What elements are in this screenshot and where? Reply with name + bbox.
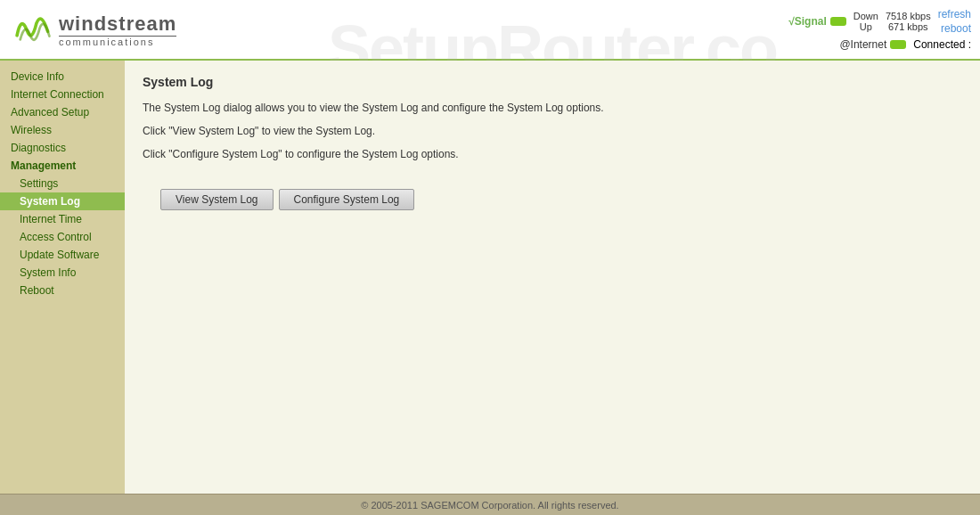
windstream-logo-icon [9, 7, 53, 52]
footer-text: © 2005-2011 SAGEMCOM Corporation. All ri… [361, 500, 618, 511]
refresh-link[interactable]: refresh [938, 8, 971, 20]
sidebar-item-internet-time[interactable]: Internet Time [0, 210, 125, 228]
connected-label: Connected : [913, 38, 971, 51]
signal-led [830, 17, 846, 26]
sidebar-item-management[interactable]: Management [0, 157, 125, 175]
status-bar: √Signal Down Up 7518 kbps 671 kbps refre… [788, 8, 971, 51]
down-label: Down [853, 11, 878, 21]
logo-text: windstream communications [59, 12, 176, 47]
up-speed: 671 kbps [888, 21, 928, 32]
configure-system-log-button[interactable]: Configure System Log [279, 189, 415, 210]
desc-2: Click "View System Log" to view the Syst… [143, 123, 962, 139]
signal-label: √Signal [788, 15, 827, 28]
sidebar-item-internet-connection[interactable]: Internet Connection [0, 86, 125, 103]
sidebar-item-system-info[interactable]: System Info [0, 264, 125, 282]
sidebar-item-update-software[interactable]: Update Software [0, 246, 125, 264]
view-system-log-button[interactable]: View System Log [160, 189, 274, 210]
sidebar-item-device-info[interactable]: Device Info [0, 68, 125, 86]
status-row-bottom: @Internet Connected : [839, 38, 971, 51]
reboot-link[interactable]: reboot [941, 22, 971, 35]
internet-led [890, 40, 906, 49]
sidebar-item-diagnostics[interactable]: Diagnostics [0, 139, 125, 157]
down-speed: 7518 kbps [886, 11, 931, 21]
main-content: System Log The System Log dialog allows … [125, 61, 980, 494]
speed-block: Down Up [853, 11, 878, 32]
speed-values: 7518 kbps 671 kbps [886, 11, 931, 32]
footer: © 2005-2011 SAGEMCOM Corporation. All ri… [0, 494, 980, 515]
desc-3: Click "Configure System Log" to configur… [143, 146, 962, 162]
sidebar: Device Info Internet Connection Advanced… [0, 61, 125, 494]
sidebar-item-wireless[interactable]: Wireless [0, 121, 125, 139]
up-label: Up [860, 21, 872, 32]
header: windstream communications SetupRouter.co… [0, 0, 980, 61]
sidebar-item-settings[interactable]: Settings [0, 175, 125, 192]
desc-1: The System Log dialog allows you to view… [143, 100, 962, 116]
internet-status: @Internet [839, 38, 906, 51]
sidebar-item-reboot[interactable]: Reboot [0, 282, 125, 299]
logo-windstream: windstream [59, 12, 176, 36]
button-row: View System Log Configure System Log [160, 189, 962, 210]
page-title: System Log [143, 75, 962, 89]
logo-area: windstream communications [9, 7, 176, 52]
internet-label: @Internet [839, 38, 886, 51]
sidebar-item-access-control[interactable]: Access Control [0, 228, 125, 246]
signal-status: √Signal [788, 15, 846, 28]
logo-communications: communications [59, 36, 176, 47]
sidebar-item-system-log[interactable]: System Log [0, 192, 125, 210]
sidebar-item-advanced-setup[interactable]: Advanced Setup [0, 103, 125, 121]
refresh-reboot[interactable]: refresh reboot [938, 8, 971, 35]
layout: Device Info Internet Connection Advanced… [0, 61, 980, 494]
status-row-top: √Signal Down Up 7518 kbps 671 kbps refre… [788, 8, 971, 35]
